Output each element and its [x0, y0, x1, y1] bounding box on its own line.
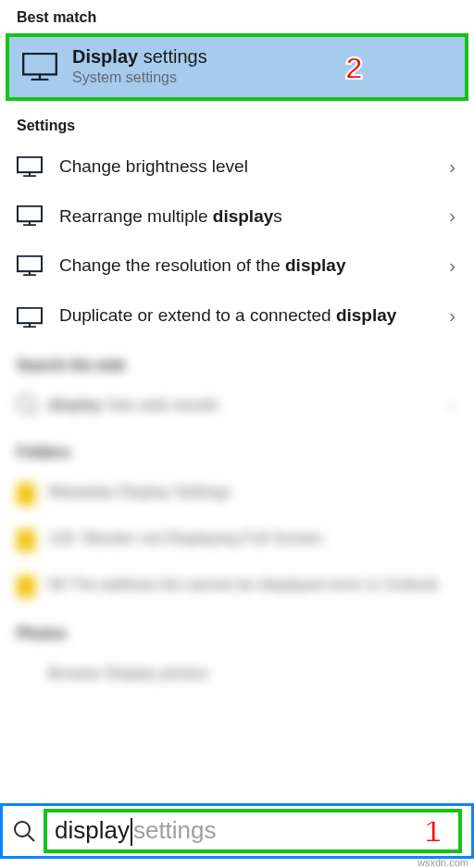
search-icon: [12, 819, 36, 843]
best-match-subtitle: System settings: [72, 69, 207, 86]
chevron-right-icon: ›: [449, 255, 455, 277]
settings-label: Change brightness level: [59, 155, 457, 179]
search-input[interactable]: displaysettings: [55, 816, 217, 846]
best-match-result[interactable]: Display settings System settings 2: [6, 33, 468, 101]
svg-rect-9: [18, 256, 42, 272]
settings-item-brightness[interactable]: Change brightness level ›: [6, 142, 468, 192]
monitor-icon: [22, 53, 57, 81]
watermark: wsxdn.com: [418, 857, 468, 868]
chevron-right-icon: ›: [449, 205, 455, 227]
svg-line-16: [28, 835, 34, 841]
settings-item-resolution[interactable]: Change the resolution of the display ›: [6, 241, 468, 291]
chevron-right-icon: ›: [449, 155, 455, 177]
settings-list: Change brightness level › Rearrange mult…: [0, 142, 474, 341]
svg-rect-0: [23, 53, 56, 74]
svg-rect-12: [18, 308, 42, 324]
chevron-right-icon: ›: [449, 304, 455, 326]
svg-rect-3: [18, 157, 42, 173]
settings-label: Duplicate or extend to a connected displ…: [59, 304, 457, 328]
monitor-icon: [17, 307, 43, 328]
blurred-folders: Folders Metadata Display Settings 126. M…: [0, 444, 474, 609]
settings-label: Rearrange multiple displays: [59, 205, 457, 229]
monitor-icon: [17, 205, 43, 226]
monitor-icon: [17, 255, 43, 276]
settings-item-rearrange[interactable]: Rearrange multiple displays ›: [6, 192, 468, 242]
blurred-search-web: Search the web display See web results ›: [0, 357, 474, 428]
annotation-marker-1: 1: [424, 813, 442, 849]
svg-rect-6: [18, 206, 42, 222]
settings-header: Settings: [0, 101, 474, 142]
best-match-header: Best match: [0, 0, 474, 33]
monitor-icon: [17, 156, 43, 177]
best-match-title: Display settings: [72, 46, 207, 68]
settings-item-duplicate[interactable]: Duplicate or extend to a connected displ…: [6, 291, 468, 341]
search-input-highlight[interactable]: displaysettings 1: [44, 809, 462, 853]
blurred-photos: Photos Browse Display photos: [0, 626, 474, 696]
search-bar[interactable]: displaysettings 1: [0, 803, 474, 859]
best-match-text: Display settings System settings: [72, 46, 207, 86]
annotation-marker-2: 2: [345, 49, 363, 85]
svg-point-15: [15, 822, 30, 837]
settings-label: Change the resolution of the display: [59, 254, 457, 278]
